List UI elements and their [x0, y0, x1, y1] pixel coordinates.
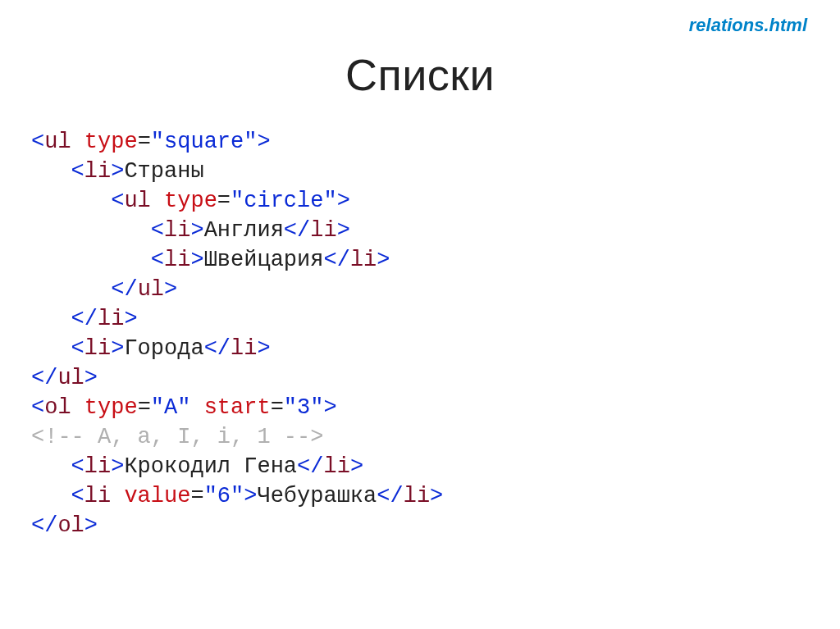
code-line-11: <!-- A, a, I, i, 1 -->: [31, 425, 323, 449]
indent: [31, 336, 71, 361]
equals: =: [217, 189, 231, 213]
bracket-open: </: [71, 307, 98, 331]
text-content: Города: [124, 336, 203, 361]
tag-name: ul: [138, 277, 164, 302]
indent: [31, 248, 151, 272]
code-line-7: </li>: [31, 307, 138, 331]
text-content: Страны: [124, 159, 203, 184]
attr-name: type: [84, 395, 138, 420]
indent: [31, 307, 71, 331]
bracket-close: >: [84, 366, 98, 390]
code-line-4: <li>Англия</li>: [31, 218, 350, 243]
tag-name: ol: [57, 513, 84, 538]
code-line-6: </ul>: [31, 277, 177, 302]
code-line-14: </ol>: [31, 513, 98, 538]
attr-name: type: [84, 130, 138, 154]
text-content: Чебурашка: [257, 484, 377, 508]
code-line-9: </ul>: [31, 366, 98, 390]
bracket-close: >: [111, 454, 124, 479]
tag-name: li: [84, 159, 111, 184]
bracket-close: >: [337, 189, 350, 213]
bracket-close: >: [124, 307, 137, 331]
indent: [31, 189, 111, 213]
tag-name: ol: [44, 395, 71, 420]
attr-value: "3": [284, 395, 324, 420]
code-line-5: <li>Швейцария</li>: [31, 248, 390, 272]
bracket-open: </: [111, 277, 137, 302]
tag-name: li: [323, 454, 349, 479]
bracket-close: >: [377, 248, 390, 272]
bracket-close: >: [350, 454, 363, 479]
code-line-12: <li>Крокодил Гена</li>: [31, 454, 363, 479]
attr-value: "6": [204, 484, 244, 508]
text-content: Крокодил Гена: [124, 454, 297, 479]
tag-name: ul: [124, 189, 150, 213]
code-line-2: <li>Страны: [31, 159, 204, 184]
bracket-open: </: [377, 484, 403, 508]
bracket-open: </: [31, 513, 57, 538]
attr-name: value: [124, 484, 190, 508]
indent: [31, 454, 71, 479]
indent: [31, 218, 151, 243]
equals: =: [138, 395, 151, 420]
bracket-open: </: [323, 248, 349, 272]
bracket-close: >: [244, 484, 257, 508]
text-content: Англия: [204, 218, 284, 243]
equals: =: [271, 395, 284, 420]
tag-name: li: [350, 248, 377, 272]
bracket-open: </: [284, 218, 310, 243]
bracket-close: >: [257, 130, 270, 154]
bracket-open: <: [71, 454, 84, 479]
equals: =: [190, 484, 203, 508]
bracket-open: <: [71, 336, 84, 361]
bracket-open: <: [71, 159, 84, 184]
code-line-13: <li value="6">Чебурашка</li>: [31, 484, 443, 508]
bracket-close: >: [84, 513, 98, 538]
bracket-open: <: [31, 395, 44, 420]
indent: [31, 484, 71, 508]
code-line-10: <ol type="A" start="3">: [31, 395, 337, 420]
equals: =: [138, 130, 151, 154]
bracket-close: >: [430, 484, 443, 508]
bracket-close: >: [164, 277, 177, 302]
file-link-label: relations.html: [689, 15, 807, 36]
attr-value: "square": [151, 130, 258, 154]
comment: <!-- A, a, I, i, 1 -->: [31, 425, 323, 449]
code-block: <ul type="square"> <li>Страны <ul type="…: [31, 127, 809, 540]
tag-name: li: [84, 454, 111, 479]
bracket-open: <: [111, 189, 124, 213]
code-line-8: <li>Города</li>: [31, 336, 271, 361]
bracket-close: >: [190, 218, 203, 243]
space: [111, 484, 124, 508]
attr-value: "circle": [231, 189, 337, 213]
tag-name: li: [84, 336, 111, 361]
attr-name: type: [164, 189, 217, 213]
code-line-3: <ul type="circle">: [31, 189, 350, 213]
indent: [31, 159, 71, 184]
bracket-close: >: [111, 159, 124, 184]
slide-title: Списки: [0, 49, 840, 100]
slide: relations.html Списки <ul type="square">…: [0, 0, 840, 629]
space: [151, 189, 164, 213]
text-content: Швейцария: [204, 248, 324, 272]
bracket-open: <: [71, 484, 84, 508]
bracket-open: <: [31, 130, 44, 154]
tag-name: li: [164, 218, 190, 243]
bracket-open: <: [151, 218, 164, 243]
indent: [31, 277, 111, 302]
bracket-open: </: [31, 366, 57, 390]
bracket-close: >: [337, 218, 350, 243]
tag-name: li: [98, 307, 124, 331]
space: [71, 130, 84, 154]
bracket-open: </: [297, 454, 323, 479]
attr-name: start: [204, 395, 271, 420]
tag-name: li: [84, 484, 111, 508]
code-line-1: <ul type="square">: [31, 130, 271, 154]
bracket-close: >: [111, 336, 124, 361]
space: [190, 395, 203, 420]
tag-name: ul: [44, 130, 71, 154]
tag-name: ul: [57, 366, 84, 390]
bracket-open: <: [151, 248, 164, 272]
space: [71, 395, 84, 420]
bracket-close: >: [323, 395, 336, 420]
